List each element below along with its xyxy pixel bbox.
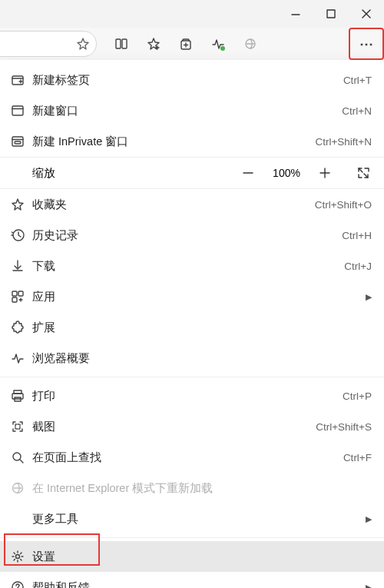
svg-rect-5 xyxy=(122,39,127,48)
split-icon xyxy=(114,37,128,51)
ie-mode-button[interactable] xyxy=(235,30,266,58)
extensions-label: 扩展 xyxy=(32,321,372,335)
print-item[interactable]: 打印 Ctrl+P xyxy=(0,380,384,411)
close-window-button[interactable] xyxy=(349,0,384,28)
collections-icon xyxy=(179,37,193,51)
new-window-shortcut: Ctrl+N xyxy=(342,105,372,117)
apps-label: 应用 xyxy=(32,290,359,304)
svg-rect-30 xyxy=(18,291,23,296)
downloads-label: 下载 xyxy=(32,259,344,274)
svg-point-41 xyxy=(16,555,20,559)
maximize-button[interactable] xyxy=(313,0,349,28)
favorites-toolbar-button[interactable] xyxy=(138,30,169,58)
print-shortcut: Ctrl+P xyxy=(343,390,372,402)
address-bar[interactable] xyxy=(0,31,97,57)
svg-rect-13 xyxy=(12,76,23,85)
screenshot-item[interactable]: 截图 Ctrl+Shift+S xyxy=(0,411,384,442)
chevron-right-icon: ▶ xyxy=(366,583,372,589)
plus-icon xyxy=(318,166,332,180)
help-item[interactable]: 帮助和反馈 ▶ xyxy=(0,572,384,588)
chevron-right-icon: ▶ xyxy=(366,514,372,524)
downloads-icon xyxy=(11,259,25,273)
history-label: 历史记录 xyxy=(32,228,342,243)
zoom-value: 100% xyxy=(270,167,303,179)
new-tab-icon xyxy=(11,73,25,87)
svg-rect-17 xyxy=(12,106,23,115)
window-titlebar xyxy=(0,0,384,28)
new-inprivate-item[interactable]: 新建 InPrivate 窗口 Ctrl+Shift+N xyxy=(0,126,384,157)
new-window-label: 新建窗口 xyxy=(32,104,342,118)
find-icon xyxy=(11,450,25,464)
performance-button[interactable] xyxy=(203,30,233,58)
zoom-row: 缩放 100% xyxy=(0,157,384,189)
new-tab-item[interactable]: 新建标签页 Ctrl+T xyxy=(0,65,384,95)
gear-icon xyxy=(11,550,25,563)
close-icon xyxy=(359,7,373,21)
svg-rect-37 xyxy=(15,424,20,429)
collections-button[interactable] xyxy=(170,30,201,58)
settings-label: 设置 xyxy=(32,550,372,564)
fullscreen-icon xyxy=(356,166,370,180)
new-window-item[interactable]: 新建窗口 Ctrl+N xyxy=(0,95,384,126)
minimize-button[interactable] xyxy=(278,0,313,28)
svg-rect-4 xyxy=(116,39,121,48)
maximize-icon xyxy=(324,7,338,21)
apps-item[interactable]: 应用 ▶ xyxy=(0,281,384,312)
downloads-item[interactable]: 下载 Ctrl+J xyxy=(0,251,384,281)
history-icon xyxy=(11,228,25,242)
history-shortcut: Ctrl+H xyxy=(342,230,372,241)
star-icon[interactable] xyxy=(76,37,90,51)
new-tab-label: 新建标签页 xyxy=(32,73,343,88)
settings-and-more-menu: 新建标签页 Ctrl+T 新建窗口 Ctrl+N 新建 InPrivate 窗口… xyxy=(0,60,384,588)
more-menu-button[interactable]: ⋯ xyxy=(349,28,384,60)
history-item[interactable]: 历史记录 Ctrl+H xyxy=(0,220,384,251)
help-label: 帮助和反馈 xyxy=(32,580,359,589)
split-screen-button[interactable] xyxy=(106,30,137,58)
new-tab-shortcut: Ctrl+T xyxy=(343,75,372,86)
new-inprivate-shortcut: Ctrl+Shift+N xyxy=(315,136,372,148)
svg-point-11 xyxy=(220,46,225,51)
inprivate-icon xyxy=(11,135,25,148)
apps-icon xyxy=(11,290,25,304)
svg-point-38 xyxy=(13,453,21,460)
settings-item[interactable]: 设置 xyxy=(0,541,384,572)
zoom-in-button[interactable] xyxy=(316,164,333,181)
more-icon: ⋯ xyxy=(359,35,374,52)
svg-rect-1 xyxy=(327,10,335,18)
help-icon xyxy=(11,580,25,588)
menu-separator xyxy=(0,537,384,538)
zoom-label: 缩放 xyxy=(32,166,240,181)
more-tools-item[interactable]: 更多工具 ▶ xyxy=(0,503,384,534)
screenshot-shortcut: Ctrl+Shift+S xyxy=(316,421,372,433)
ie-icon xyxy=(243,37,257,51)
favorites-shortcut: Ctrl+Shift+O xyxy=(315,199,372,211)
svg-line-39 xyxy=(20,460,23,463)
favorites-toolbar-icon xyxy=(147,37,161,51)
menu-separator xyxy=(0,377,384,377)
favorites-item[interactable]: 收藏夹 Ctrl+Shift+O xyxy=(0,189,384,220)
browser-essentials-item[interactable]: 浏览器概要 xyxy=(0,343,384,374)
extensions-icon xyxy=(11,321,25,334)
new-window-icon xyxy=(11,104,25,118)
performance-icon xyxy=(211,37,225,51)
minus-icon xyxy=(241,166,255,180)
favorites-icon xyxy=(11,198,25,211)
print-icon xyxy=(11,389,25,403)
heartbeat-icon xyxy=(11,351,25,365)
print-label: 打印 xyxy=(32,389,343,404)
svg-line-25 xyxy=(359,168,362,172)
find-item[interactable]: 在页面上查找 Ctrl+F xyxy=(0,442,384,473)
downloads-shortcut: Ctrl+J xyxy=(344,261,372,272)
chevron-right-icon: ▶ xyxy=(366,292,372,302)
ie-reload-item: 在 Internet Explorer 模式下重新加载 xyxy=(0,473,384,503)
svg-rect-35 xyxy=(12,394,23,399)
zoom-out-button[interactable] xyxy=(240,164,257,181)
browser-essentials-label: 浏览器概要 xyxy=(32,351,372,366)
fullscreen-button[interactable] xyxy=(355,164,372,181)
svg-line-26 xyxy=(364,174,368,178)
extensions-item[interactable]: 扩展 xyxy=(0,312,384,343)
favorites-label: 收藏夹 xyxy=(32,198,315,212)
new-inprivate-label: 新建 InPrivate 窗口 xyxy=(32,135,315,149)
find-label: 在页面上查找 xyxy=(32,450,343,465)
ie-reload-label: 在 Internet Explorer 模式下重新加载 xyxy=(32,481,372,496)
